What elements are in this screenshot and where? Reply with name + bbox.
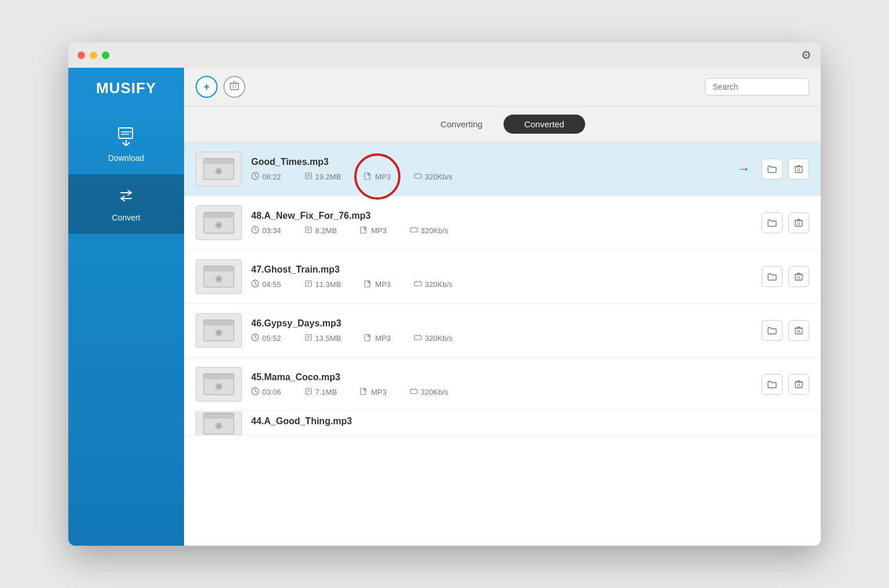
svg-rect-53 [204, 269, 234, 271]
app-body: MUSIFY Download [68, 68, 821, 546]
svg-rect-106 [410, 389, 417, 394]
svg-rect-109 [795, 382, 802, 388]
open-folder-button-3[interactable] [762, 266, 783, 287]
file-item-1: Good_Times.mp3 08:22 19.2MB MP3 320Kb/s→ [184, 142, 821, 196]
download-icon [116, 126, 136, 150]
svg-line-58 [255, 284, 257, 285]
file-duration-value-5: 03:06 [262, 388, 281, 396]
svg-rect-85 [414, 336, 421, 340]
file-item-partial: 44.A_Good_Thing.mp3 [184, 411, 821, 436]
svg-rect-95 [204, 376, 234, 378]
file-duration-value-4: 05:52 [262, 334, 281, 343]
delete-file-button-5[interactable] [788, 374, 809, 395]
clock-icon [251, 280, 259, 289]
size-icon [304, 172, 313, 182]
format-icon [360, 387, 368, 397]
svg-rect-64 [414, 282, 421, 286]
svg-line-37 [255, 230, 257, 231]
arrow-icon-1: → [737, 161, 750, 177]
file-bitrate-value-5: 320Kb/s [421, 388, 449, 396]
convert-icon [116, 186, 136, 210]
file-size-3: 11.3MB [304, 280, 341, 289]
file-bitrate-5: 320Kb/s [410, 387, 449, 397]
delete-button[interactable] [223, 76, 245, 98]
bitrate-icon [410, 226, 418, 236]
close-button[interactable] [78, 52, 85, 59]
format-icon [360, 226, 368, 236]
open-folder-button-5[interactable] [762, 374, 783, 395]
tabs-bar: Converting Converted [184, 106, 821, 142]
clock-icon [251, 387, 259, 397]
delete-file-button-3[interactable] [788, 266, 809, 287]
svg-rect-43 [410, 228, 417, 232]
format-icon [364, 172, 372, 182]
delete-file-button-4[interactable] [788, 320, 809, 341]
file-duration-3: 04:55 [251, 280, 281, 289]
file-size-value-5: 7.1MB [315, 388, 337, 396]
tab-converting[interactable]: Converting [420, 115, 504, 134]
file-actions-2 [762, 212, 809, 233]
tab-converted[interactable]: Converted [504, 115, 585, 134]
add-button[interactable]: + [196, 76, 218, 98]
file-bitrate-4: 320Kb/s [414, 333, 453, 343]
bitrate-icon [410, 387, 418, 397]
main-content: + Convertin [184, 68, 821, 546]
file-info-4: 46.Gypsy_Days.mp3 05:52 13.5MB MP3 320Kb… [251, 318, 762, 343]
delete-file-button-2[interactable] [788, 212, 809, 233]
open-folder-button-4[interactable] [762, 320, 783, 341]
svg-point-76 [218, 332, 220, 334]
sidebar: MUSIFY Download [68, 68, 184, 546]
delete-file-button-1[interactable] [788, 159, 809, 179]
file-info-2: 48.A_New_Fix_For_76.mp3 03:34 8.2MB MP3 … [251, 211, 762, 236]
file-format-value-5: MP3 [371, 388, 387, 396]
size-icon [304, 387, 313, 397]
format-icon [364, 280, 372, 289]
search-input[interactable] [705, 78, 809, 95]
file-thumbnail-1 [196, 152, 242, 186]
file-name-5: 45.Mama_Coco.mp3 [251, 372, 762, 383]
file-item-2: 48.A_New_Fix_For_76.mp3 03:34 8.2MB MP3 … [184, 196, 821, 250]
plus-icon: + [204, 81, 210, 93]
svg-line-16 [255, 176, 257, 177]
sidebar-item-convert[interactable]: Convert [68, 174, 184, 234]
format-icon [364, 333, 372, 343]
app-logo: MUSIFY [96, 79, 156, 97]
file-bitrate-value-4: 320Kb/s [425, 334, 453, 343]
open-folder-button-1[interactable] [762, 159, 783, 179]
toolbar: + [184, 68, 821, 106]
file-duration-2: 03:34 [251, 226, 281, 236]
file-info-5: 45.Mama_Coco.mp3 03:06 7.1MB MP3 320Kb/s [251, 372, 762, 397]
settings-button[interactable]: ⚙ [801, 48, 811, 62]
file-size-2: 8.2MB [304, 226, 337, 236]
file-duration-5: 03:06 [251, 387, 281, 397]
file-meta-4: 05:52 13.5MB MP3 320Kb/s [251, 333, 762, 343]
minimize-button[interactable] [90, 52, 97, 59]
file-info-partial: 44.A_Good_Thing.mp3 [251, 416, 809, 431]
app-window: ⚙ MUSIFY Download [68, 42, 821, 546]
svg-line-100 [255, 391, 257, 392]
file-format-4: MP3 [364, 333, 391, 343]
file-bitrate-2: 320Kb/s [410, 226, 449, 236]
svg-rect-4 [230, 83, 238, 90]
svg-rect-74 [204, 322, 234, 325]
open-folder-button-2[interactable] [762, 212, 783, 233]
file-thumbnail-4 [196, 313, 242, 348]
svg-point-55 [218, 278, 220, 280]
file-bitrate-3: 320Kb/s [414, 280, 453, 289]
sidebar-item-download[interactable]: Download [68, 115, 184, 174]
maximize-button[interactable] [102, 52, 109, 59]
file-size-4: 13.5MB [304, 333, 341, 343]
file-name-3: 47.Ghost_Train.mp3 [251, 264, 762, 275]
file-meta-3: 04:55 11.3MB MP3 320Kb/s [251, 280, 762, 289]
file-format-value-4: MP3 [375, 334, 391, 343]
file-actions-1: → [737, 159, 809, 179]
file-info-1: Good_Times.mp3 08:22 19.2MB MP3 320Kb/s [251, 157, 737, 182]
bitrate-icon [414, 280, 422, 289]
size-icon [304, 280, 313, 289]
file-list: Good_Times.mp3 08:22 19.2MB MP3 320Kb/s→… [184, 142, 821, 546]
file-duration-value-2: 03:34 [262, 226, 281, 235]
titlebar: ⚙ [68, 42, 821, 68]
file-thumbnail-5 [196, 367, 242, 402]
file-name-4: 46.Gypsy_Days.mp3 [251, 318, 762, 329]
svg-rect-32 [204, 215, 234, 217]
